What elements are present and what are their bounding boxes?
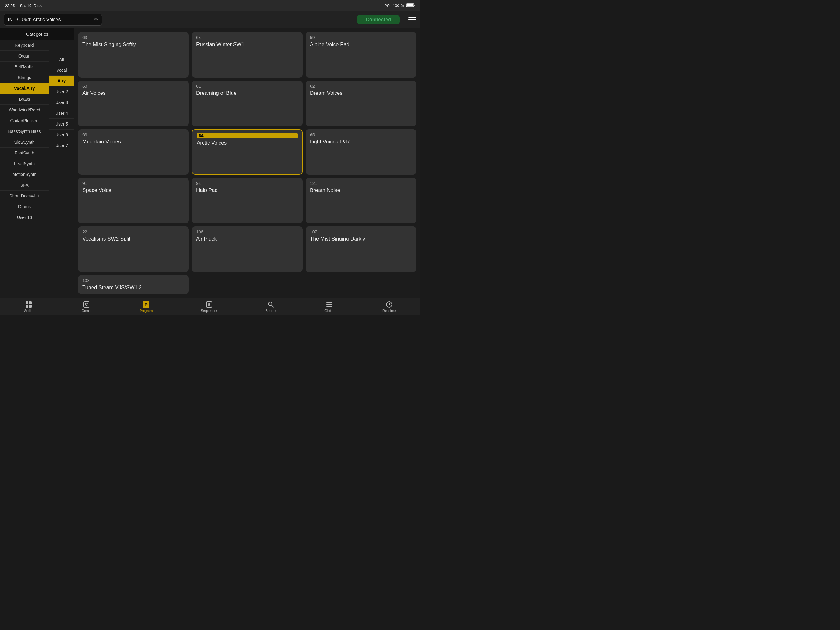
preset-card-6[interactable]: 63Mountain Voices [78, 129, 189, 175]
preset-number: 63 [82, 132, 185, 137]
sidebar-item-guitar/plucked[interactable]: Guitar/Plucked [0, 116, 49, 126]
sub-sidebar-item-airy[interactable]: Airy [49, 76, 74, 86]
preset-name-label: Air Pluck [196, 236, 298, 242]
preset-name-label: Light Voices L&R [310, 138, 412, 145]
preset-name-label: The Mist Singing Softly [82, 41, 185, 48]
preset-card-10[interactable]: 94Halo Pad [192, 178, 303, 223]
preset-card-14[interactable]: 107The Mist Singing Darkly [306, 226, 416, 272]
sidebar-item-vocal/airy[interactable]: Vocal/Airy [0, 83, 49, 94]
time: 23:25 [5, 3, 15, 8]
preset-name: INT-C 064: Arctic Voices [8, 17, 92, 22]
global-icon [325, 301, 333, 308]
sidebar-item-bell/mallet[interactable]: Bell/Mallet [0, 62, 49, 72]
svg-rect-1 [407, 4, 414, 6]
sub-sidebar-item-user-7[interactable]: User 7 [49, 140, 74, 151]
preset-card-2[interactable]: 59Alpine Voice Pad [306, 32, 416, 78]
sidebar-item-leadsynth[interactable]: LeadSynth [0, 158, 49, 169]
global-label: Global [324, 309, 334, 313]
sub-sidebar-item-user-4[interactable]: User 4 [49, 108, 74, 119]
preset-card-8[interactable]: 65Light Voices L&R [306, 129, 416, 175]
status-bar-right: 100 % [385, 3, 415, 8]
preset-card-9[interactable]: 91Space Voice [78, 178, 189, 223]
svg-rect-3 [25, 301, 28, 304]
preset-number: 63 [82, 35, 185, 40]
sidebar-item-woodwind/reed[interactable]: Woodwind/Reed [0, 104, 49, 116]
sidebar-item-slowsynth[interactable]: SlowSynth [0, 137, 49, 148]
svg-point-7 [268, 302, 272, 306]
header: INT-C 064: Arctic Voices ✏ Connected [0, 11, 420, 28]
preset-number: 61 [196, 84, 298, 89]
preset-name-box[interactable]: INT-C 064: Arctic Voices ✏ [4, 14, 102, 25]
sidebar-item-brass[interactable]: Brass [0, 94, 49, 104]
battery-text: 100 % [393, 3, 404, 8]
sub-sidebar-item-user-2[interactable]: User 2 [49, 86, 74, 97]
sidebar-item-keyboard[interactable]: Keyboard [0, 40, 49, 51]
preset-name-label: Arctic Voices [197, 140, 298, 146]
preset-number: 108 [82, 278, 185, 283]
preset-card-15[interactable]: 108Tuned Steam VJS/SW1,2 [78, 275, 189, 294]
sequencer-icon: S [205, 301, 213, 308]
sub-sidebar-item-user-6[interactable]: User 6 [49, 130, 74, 140]
nav-item-realtime[interactable]: Realtime [377, 300, 401, 314]
preset-name-label: Space Voice [82, 187, 185, 194]
svg-rect-11 [326, 306, 332, 307]
nav-item-sequencer[interactable]: SSequencer [196, 300, 222, 314]
sidebar-item-fastsynth[interactable]: FastSynth [0, 148, 49, 158]
svg-line-8 [272, 305, 274, 307]
preset-card-12[interactable]: 22Vocalisms SW2 Split [78, 226, 189, 272]
nav-item-global[interactable]: Global [319, 300, 339, 314]
date: Sa. 19. Dez. [20, 3, 42, 8]
preset-number: 22 [82, 230, 185, 234]
nav-item-search[interactable]: Search [261, 300, 281, 314]
nav-item-combi[interactable]: CCombi [77, 300, 96, 314]
nav-item-setlist[interactable]: Setlist [19, 300, 38, 314]
preset-card-7[interactable]: 64Arctic Voices [192, 129, 303, 175]
preset-card-0[interactable]: 63The Mist Singing Softly [78, 32, 189, 78]
svg-rect-6 [29, 305, 32, 308]
preset-number: 60 [82, 84, 185, 89]
sidebar-item-strings[interactable]: Strings [0, 72, 49, 83]
sub-sidebar-item-user-3[interactable]: User 3 [49, 97, 74, 108]
preset-card-11[interactable]: 121Breath Noise [306, 178, 416, 223]
sidebar-content: KeyboardOrganBell/MalletStringsVocal/Air… [0, 40, 74, 298]
sidebar-item-organ[interactable]: Organ [0, 51, 49, 62]
preset-name-label: Halo Pad [196, 187, 298, 194]
preset-number: 107 [310, 230, 412, 234]
sidebar-item-user-16[interactable]: User 16 [0, 212, 49, 223]
sidebar: KeyboardOrganBell/MalletStringsVocal/Air… [0, 40, 49, 298]
wifi-icon [385, 3, 390, 8]
edit-icon[interactable]: ✏ [94, 17, 98, 22]
preset-name-label: Russian Winter SW1 [196, 41, 298, 48]
sub-sidebar-item-vocal[interactable]: Vocal [49, 65, 74, 76]
svg-rect-10 [326, 304, 332, 305]
sidebar-item-bass/synth-bass[interactable]: Bass/Synth Bass [0, 126, 49, 137]
preset-name-label: Mountain Voices [82, 138, 185, 145]
preset-number: 64 [196, 35, 298, 40]
sidebar-item-motionsynth[interactable]: MotionSynth [0, 169, 49, 180]
search-icon [267, 301, 275, 308]
sub-sidebar-item-all[interactable]: All [49, 54, 74, 65]
menu-line-1 [408, 17, 416, 17]
preset-name-label: Alpine Voice Pad [310, 41, 412, 48]
preset-card-4[interactable]: 61Dreaming of Blue [192, 81, 303, 126]
sidebar-item-short-decay/hit[interactable]: Short Decay/Hit [0, 191, 49, 201]
sidebar-item-sfx[interactable]: SFX [0, 180, 49, 191]
status-bar-left: 23:25 Sa. 19. Dez. [5, 3, 42, 8]
preset-grid: 63The Mist Singing Softly64Russian Winte… [74, 28, 420, 298]
preset-card-3[interactable]: 60Air Voices [78, 81, 189, 126]
menu-icon[interactable] [408, 17, 416, 22]
sidebar-item-drums[interactable]: Drums [0, 201, 49, 212]
sub-sidebar-item-user-5[interactable]: User 5 [49, 119, 74, 130]
sequencer-label: Sequencer [201, 309, 217, 313]
preset-card-1[interactable]: 64Russian Winter SW1 [192, 32, 303, 78]
categories-header: Categories [0, 28, 74, 40]
svg-rect-9 [326, 302, 332, 303]
svg-rect-4 [29, 301, 32, 304]
status-bar: 23:25 Sa. 19. Dez. 100 % [0, 0, 420, 11]
nav-item-program[interactable]: PProgram [135, 300, 158, 314]
svg-rect-5 [25, 305, 28, 308]
preset-card-5[interactable]: 62Dream Voices [306, 81, 416, 126]
preset-card-13[interactable]: 106Air Pluck [192, 226, 303, 272]
connected-button[interactable]: Connected [357, 15, 400, 24]
preset-number: 91 [82, 181, 185, 186]
